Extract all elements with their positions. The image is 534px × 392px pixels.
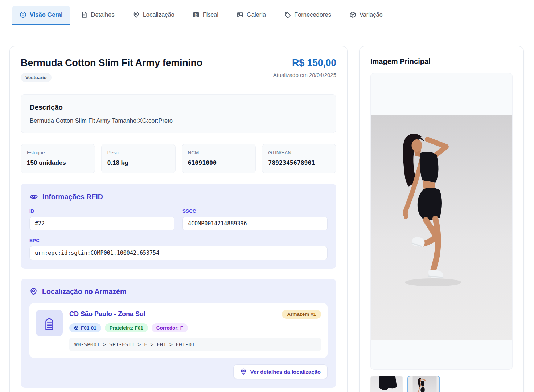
rfid-epc-field: EPC urn:epc:id:sgtin:COMP001.100042.6537…: [29, 238, 328, 260]
tab-label: Galeria: [247, 11, 266, 18]
warehouse-location-section: Localização no Armazém CD São Paulo - Zo…: [21, 279, 336, 388]
description-text: Bermuda Cotton Slim Fit Army Tamanho:XG;…: [30, 117, 327, 124]
main-image-title: Imagem Principal: [370, 57, 513, 66]
tab-label: Fiscal: [203, 11, 218, 18]
warehouse-title-row: CD São Paulo - Zona Sul Armazém #1: [69, 310, 321, 319]
stat-value: 150 unidades: [27, 159, 89, 167]
stat-peso: Peso 0.18 kg: [101, 144, 176, 173]
aisle-badge: Corredor: F: [152, 323, 188, 332]
banknote-icon: $: [193, 11, 200, 18]
rfid-section: Informações RFID ID #22 SSCC 4COMP001421…: [21, 184, 336, 269]
description-title: Descrição: [30, 103, 327, 111]
bin-badge-label: F01-01: [81, 325, 96, 331]
bin-badge: F01-01: [69, 323, 101, 332]
warehouse-card: CD São Paulo - Zona Sul Armazém #1 F01-0…: [29, 303, 328, 358]
updated-at: Atualizado em 28/04/2025: [273, 72, 336, 78]
product-photo: [371, 115, 512, 340]
pin-icon: [240, 368, 247, 375]
warehouse-card-body: CD São Paulo - Zona Sul Armazém #1 F01-0…: [69, 310, 321, 351]
category-badge: Vestuario: [21, 73, 52, 82]
info-icon: [20, 11, 26, 18]
cube-icon: [74, 326, 79, 330]
page-content: Bermuda Cotton Slim Fit Army feminino Ve…: [0, 25, 534, 392]
stat-label: Estoque: [27, 150, 89, 155]
pin-icon: [29, 287, 38, 296]
tab-variacao[interactable]: Variação: [342, 6, 390, 25]
location-section-title: Localização no Armazém: [42, 287, 126, 296]
pin-icon: [133, 11, 140, 18]
stat-value: 0.18 kg: [107, 159, 169, 167]
description-card: Descrição Bermuda Cotton Slim Fit Army T…: [21, 94, 336, 133]
rfid-sscc-value[interactable]: 4COMP0014214889396: [182, 217, 328, 230]
main-image-frame: [370, 73, 513, 370]
warehouse-icon: [42, 315, 57, 331]
stat-value: 7892345678901: [268, 159, 330, 166]
stat-label: Peso: [107, 150, 169, 155]
stat-gtin: GTIN/EAN 7892345678901: [262, 144, 336, 173]
stats-row: Estoque 150 unidades Peso 0.18 kg NCM 61…: [21, 144, 336, 173]
tab-label: Detalhes: [91, 11, 115, 18]
rfid-id-field: ID #22: [29, 208, 174, 230]
product-title: Bermuda Cotton Slim Fit Army feminino: [21, 57, 202, 69]
tab-fornecedores[interactable]: Fornecedores: [277, 6, 338, 25]
model-thumbnail-image: [408, 376, 439, 392]
rfid-id-label: ID: [29, 208, 174, 214]
rfid-epc-row: EPC urn:epc:id:sgtin:COMP001.100042.6537…: [29, 238, 328, 260]
shelf-badge: Prateleira: F01: [105, 323, 148, 332]
stat-label: NCM: [188, 150, 250, 155]
tab-galeria[interactable]: Galeria: [229, 6, 273, 25]
rfid-id-value[interactable]: #22: [29, 217, 174, 230]
thumbnail-model-selected[interactable]: [407, 376, 440, 392]
product-tabbar: Visão Geral Detalhes Localização $ Fisca…: [0, 0, 534, 25]
view-location-details-label: Ver detalhes da localização: [250, 369, 321, 375]
location-path: WH-SP001 > SP1-EST1 > F > F01 > F01-01: [69, 338, 321, 351]
tab-detalhes[interactable]: Detalhes: [74, 6, 122, 25]
tag-icon: [284, 11, 291, 18]
warehouse-icon-tile: [36, 310, 63, 336]
eye-icon: [29, 192, 38, 201]
document-icon: [81, 11, 88, 18]
product-header: Bermuda Cotton Slim Fit Army feminino Ve…: [21, 57, 336, 82]
tab-label: Variação: [360, 11, 383, 18]
rfid-epc-label: EPC: [29, 238, 328, 243]
location-badges: F01-01 Prateleira: F01 Corredor: F: [69, 323, 321, 332]
main-image-card: Imagem Principal: [359, 46, 524, 392]
rfid-sscc-field: SSCC 4COMP0014214889396: [182, 208, 328, 230]
tab-visao-geral[interactable]: Visão Geral: [12, 6, 70, 25]
thumbnail-row: [370, 376, 513, 392]
view-location-details-button[interactable]: Ver detalhes da localização: [233, 364, 328, 379]
rfid-epc-value[interactable]: urn:epc:id:sgtin:COMP001.100042.653754: [29, 246, 328, 260]
package-icon: [349, 11, 356, 18]
warehouse-name: CD São Paulo - Zona Sul: [69, 310, 145, 318]
tab-fiscal[interactable]: $ Fiscal: [185, 6, 226, 25]
product-title-block: Bermuda Cotton Slim Fit Army feminino Ve…: [21, 57, 202, 82]
stat-value: 61091000: [188, 159, 250, 166]
stat-label: GTIN/EAN: [268, 150, 330, 155]
thumbnail-shorts[interactable]: [370, 376, 403, 392]
tab-label: Fornecedores: [294, 11, 331, 18]
shorts-thumbnail-image: [371, 376, 402, 392]
price-block: R$ 150,00 Atualizado em 28/04/2025: [273, 57, 336, 78]
stat-ncm: NCM 61091000: [182, 144, 256, 173]
rfid-section-title: Informações RFID: [42, 193, 103, 201]
product-overview-card: Bermuda Cotton Slim Fit Army feminino Ve…: [9, 46, 348, 392]
image-icon: [237, 11, 243, 18]
warehouse-number-badge: Armazém #1: [282, 310, 321, 319]
tab-label: Visão Geral: [30, 11, 63, 18]
location-actions: Ver detalhes da localização: [29, 364, 328, 379]
location-section-header: Localização no Armazém: [29, 287, 328, 296]
svg-text:$: $: [195, 13, 197, 16]
rfid-sscc-label: SSCC: [182, 208, 328, 214]
rfid-section-header: Informações RFID: [29, 192, 328, 201]
rfid-fields-row: ID #22 SSCC 4COMP0014214889396: [29, 208, 328, 230]
product-price: R$ 150,00: [273, 57, 336, 69]
tab-localizacao[interactable]: Localização: [126, 6, 182, 25]
tab-label: Localização: [143, 11, 174, 18]
stat-estoque: Estoque 150 unidades: [21, 144, 95, 173]
